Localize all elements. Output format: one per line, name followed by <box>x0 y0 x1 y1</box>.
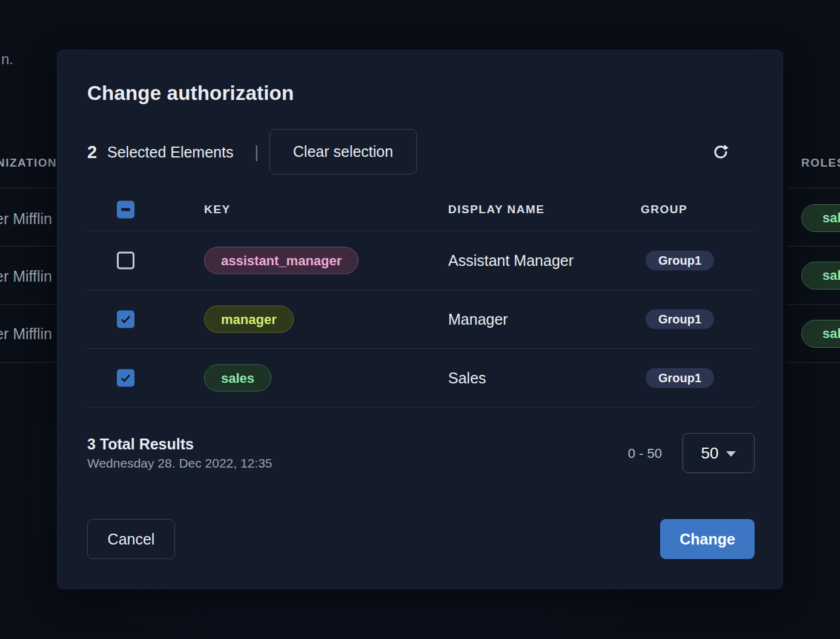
background-row-divider <box>0 362 58 363</box>
background-row-divider <box>787 188 840 188</box>
group-badge: Group1 <box>646 310 714 329</box>
page-size-value: 50 <box>701 444 719 463</box>
display-name: Sales <box>448 369 486 387</box>
background-row-divider <box>787 304 840 305</box>
table-row[interactable]: sales Sales Group1 <box>87 349 755 408</box>
indeterminate-minus-icon <box>121 208 130 211</box>
clear-selection-button[interactable]: Clear selection <box>270 129 417 174</box>
modal-title: Change authorization <box>87 82 294 105</box>
column-header-display-name: DISPLAY NAME <box>448 203 544 216</box>
table-row[interactable]: manager Manager Group1 <box>87 290 755 349</box>
row-checkbox[interactable] <box>117 369 134 387</box>
background-role-badge: sales <box>801 204 840 232</box>
background-role-badge: sales <box>801 320 840 348</box>
background-row-divider <box>0 246 58 247</box>
cancel-button[interactable]: Cancel <box>87 519 175 559</box>
total-results: 3 Total Results <box>87 435 273 453</box>
background-row-divider <box>0 188 58 188</box>
table-row[interactable]: assistant_manager Assistant Manager Grou… <box>87 231 755 290</box>
selected-elements-label: Selected Elements <box>107 143 233 161</box>
checkmark-icon <box>119 372 132 385</box>
chevron-down-icon <box>726 451 736 457</box>
background-role-badge: sales <box>801 262 840 290</box>
selection-bar: 2 Selected Elements | Clear selection <box>87 129 753 174</box>
background-right-column-header: ROLES <box>801 156 840 170</box>
background-row-divider <box>0 304 58 305</box>
row-checkbox[interactable] <box>117 311 134 328</box>
results-summary: 3 Total Results Wednesday 28. Dec 2022, … <box>87 435 273 471</box>
result-range: 0 - 50 <box>628 446 662 462</box>
timestamp: Wednesday 28. Dec 2022, 12:35 <box>87 456 273 471</box>
group-badge: Group1 <box>646 251 714 271</box>
select-all-checkbox[interactable] <box>117 201 134 219</box>
separator: | <box>254 142 259 162</box>
change-authorization-modal: Change authorization 2 Selected Elements… <box>57 50 783 589</box>
row-checkbox[interactable] <box>117 252 134 270</box>
background-row-divider <box>787 362 840 363</box>
display-name: Assistant Manager <box>448 252 574 270</box>
checkmark-icon <box>119 313 132 326</box>
key-badge: manager <box>204 306 294 333</box>
table-body: assistant_manager Assistant Manager Grou… <box>87 231 755 408</box>
background-text-fragment: n. <box>1 51 13 68</box>
key-badge: sales <box>204 365 271 392</box>
display-name: Manager <box>448 311 508 328</box>
selected-count: 2 <box>87 142 97 162</box>
column-header-group: GROUP <box>641 203 687 216</box>
page-size-dropdown[interactable]: 50 <box>683 433 755 473</box>
column-header-key: KEY <box>204 203 231 216</box>
group-badge: Group1 <box>646 368 714 388</box>
refresh-icon[interactable] <box>712 144 729 161</box>
change-button[interactable]: Change <box>660 519 755 559</box>
key-badge: assistant_manager <box>204 247 359 274</box>
table-header-row: KEY DISPLAY NAME GROUP <box>87 188 755 231</box>
background-left-column-header: NIZATION <box>0 156 57 170</box>
background-row-divider <box>787 246 840 247</box>
